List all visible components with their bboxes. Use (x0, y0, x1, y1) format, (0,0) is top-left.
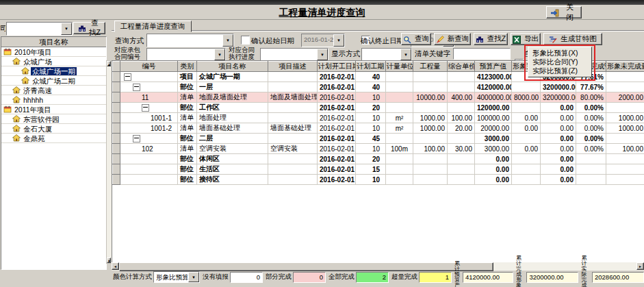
row-gutter-cell (113, 175, 120, 185)
cell-name: 墙面基础处理 (197, 123, 268, 134)
column-header-计量单位[interactable]: 计量单位 (386, 62, 413, 72)
table-row[interactable]: 部位接待区2016-02-01100.000.00 (113, 175, 644, 185)
chevron-down-icon[interactable]: ▼ (214, 49, 225, 60)
chevron-down-icon[interactable]: ▼ (317, 49, 328, 60)
legend-label-超量完成: 超量完成 (391, 273, 417, 282)
keyword-input[interactable] (453, 48, 511, 60)
cell-cat: 清单 (178, 113, 197, 123)
table-row[interactable]: 部位工作区2016-02-0120120000.000.000.00% (113, 103, 644, 113)
close-button-label: 关闭 (563, 2, 577, 23)
collapse-box-icon[interactable] (142, 104, 149, 112)
column-header-类别[interactable]: 类别 (178, 62, 197, 72)
column-header-形象未完成量[interactable]: 形象未完成量 (606, 62, 644, 72)
sidebar-search-combobox[interactable]: ▼ (6, 22, 73, 36)
table-row[interactable]: 102清单空调安装空调安装2016-02-0110100m100.0030.00… (113, 144, 644, 154)
toolbar-button-label: 导出 (524, 34, 539, 44)
tree-item-label: 金石大厦 (22, 125, 53, 133)
tree-item-济青高速[interactable]: 济青高速 (1, 86, 106, 95)
tree-item-2010年项目[interactable]: 2010年项目 (1, 47, 106, 57)
scroll-down-arrow[interactable]: ▼ (107, 258, 111, 263)
column-header-工程量[interactable]: 工程量 (413, 62, 448, 72)
tree-item-众城广场一期[interactable]: 众城广场一期 (1, 66, 106, 76)
table-row[interactable]: 部位一层2016-02-01404120000.003200000.0077.6… (113, 82, 644, 92)
row-number: 102 (142, 145, 153, 153)
row-indent (123, 84, 175, 91)
tree-item-众城广场[interactable]: 众城广场 (1, 57, 106, 66)
cell-desc: 地面及墙面处理 (268, 92, 318, 103)
cell-cat: 部位 (178, 103, 197, 113)
query-mode-combobox[interactable]: ▼ (146, 34, 234, 47)
scroll-left-arrow[interactable]: ◄ (112, 262, 119, 270)
column-header-综合单价[interactable]: 综合单价 (448, 62, 475, 72)
column-header-计划工期[interactable]: 计划工期 (356, 62, 386, 72)
table-row[interactable]: 部位体闲区2016-02-01200.000.00 (113, 154, 644, 164)
cell-dur: 10 (356, 175, 386, 185)
collapse-box-icon[interactable] (133, 84, 140, 91)
chevron-down-icon[interactable]: ▼ (188, 272, 199, 282)
chevron-down-icon[interactable]: ▼ (222, 34, 233, 47)
cell-qty: 1000.00 (413, 123, 448, 134)
table-row[interactable]: 1001-1清单地面处理2016-02-0110m²1000.00100.001… (113, 113, 644, 123)
menu-item-形象比预算(X)[interactable]: 形象比预算(X) (529, 49, 591, 58)
find-button[interactable]: 查找Z (474, 33, 508, 45)
sidebar-find-button[interactable]: 查找Z (73, 22, 105, 34)
cell-start: 2016-02-01 (318, 92, 356, 103)
cell-price (448, 164, 475, 175)
cell-unit (386, 175, 413, 185)
contract-progress-combobox[interactable]: ▼ (260, 48, 329, 61)
column-header-项目描述[interactable]: 项目描述 (268, 62, 318, 72)
column-header-预算产值[interactable]: 预算产值 (475, 62, 512, 72)
status-bar: 颜色计算方式 形象比预算 ▼ 没有填报0部分完成0全部完成2超量完成1 累计预 … (112, 271, 644, 283)
table-row[interactable]: 11清单地面及墙面处理地面及墙面处理2016-02-011010000.0040… (113, 92, 644, 103)
collapse-box-icon[interactable] (124, 73, 131, 81)
collapse-box-icon[interactable] (133, 135, 140, 142)
chevron-down-icon[interactable]: ▼ (61, 23, 72, 35)
cell-name: 地面及墙面处理 (197, 92, 268, 103)
cell-start: 2016-02-01 (318, 72, 356, 82)
menu-item-实际比预算(Z)[interactable]: 实际比预算(Z) (529, 66, 591, 75)
tree-item-金鼎苑[interactable]: 金鼎苑 (1, 134, 106, 143)
table-row[interactable]: 部位生活区2016-02-01150.000.00 (113, 164, 644, 175)
cell-remain (606, 72, 644, 82)
cell-qty (413, 175, 448, 185)
contract-no-combobox[interactable]: ▼ (146, 48, 226, 61)
cell-name: 空调安装 (197, 144, 268, 154)
cell-start: 2016-02-01 (318, 113, 356, 123)
scrollbar-thumb[interactable] (119, 262, 493, 271)
tree-item-金石大厦[interactable]: 金石大厦 (1, 124, 106, 134)
tab-progress-query[interactable]: 工程量清单进度查询 (114, 21, 192, 32)
cell-cat: 部位 (178, 82, 197, 92)
tree-item-众城广场二期[interactable]: 众城广场二期 (1, 76, 106, 86)
tree-item-hhhhh[interactable]: hhhhh (1, 95, 106, 105)
column-header-编号[interactable]: 编号 (120, 62, 178, 72)
export-button[interactable]: 导出 (511, 33, 541, 45)
color-mode-combobox[interactable]: 形象比预算 ▼ (153, 271, 200, 283)
menu-item-实际比合同(Y)[interactable]: 实际比合同(Y) (529, 58, 591, 66)
tree-item-label: 众城广场 (22, 58, 53, 66)
tree-item-东营软件园[interactable]: 东营软件园 (1, 114, 106, 124)
row-number: 1001-2 (151, 125, 172, 132)
tree-item-2011年项目[interactable]: 2011年项目 (1, 105, 106, 114)
new-query-button[interactable]: 新查询 (434, 33, 471, 45)
query-button[interactable]: 查询 (401, 33, 431, 45)
chevron-down-icon[interactable]: ▼ (400, 49, 411, 60)
confirm-start-checkbox[interactable] (241, 36, 250, 45)
cell-done_val: 0.00 (541, 123, 576, 134)
year-icon (3, 105, 12, 113)
gantt-button[interactable]: 生成甘特图 (543, 33, 602, 45)
cell-qty (413, 134, 448, 144)
scroll-up-arrow[interactable]: ▲ (107, 61, 111, 66)
cell-cat: 部位 (178, 164, 197, 175)
tree-item-label: 济青高速 (22, 86, 53, 95)
column-header-计划开工日期[interactable]: 计划开工日期 (318, 62, 356, 72)
cell-no: 1001-1 (120, 113, 178, 123)
table-row[interactable]: 部位二层2016-02-01453000.000.000.00% (113, 134, 644, 144)
column-header-项目名称[interactable]: 项目名称 (197, 62, 268, 72)
close-button[interactable]: 关闭 (546, 6, 582, 18)
cell-start: 2016-02-01 (318, 134, 356, 144)
cell-name: 生活区 (197, 164, 268, 175)
cell-no (120, 154, 178, 164)
table-row[interactable]: 1001-2清单墙面基础处理墙面基础处理2016-02-0110m²1000.0… (113, 123, 644, 134)
row-gutter-cell (113, 103, 120, 113)
display-mode-combobox[interactable]: ▼ (361, 48, 412, 61)
